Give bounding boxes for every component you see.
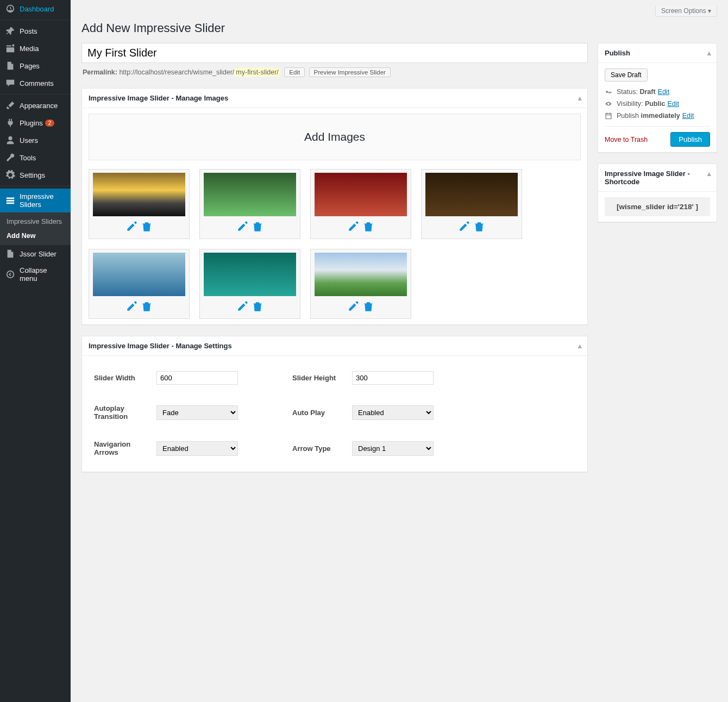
screen-options-toggle[interactable]: Screen Options [655, 5, 717, 17]
delete-image-button[interactable] [473, 221, 485, 233]
delete-image-button[interactable] [252, 221, 263, 233]
manage-images-heading: Impressive Image Slider - Manage Images … [82, 89, 587, 108]
sidebar-item-tools[interactable]: Tools [0, 149, 71, 166]
brush-icon [5, 101, 15, 110]
thumbnail-card [89, 169, 190, 239]
arrow-type-select[interactable]: Design 1 [352, 441, 434, 456]
edit-image-button[interactable] [236, 300, 248, 312]
autoplay-transition-select[interactable]: Fade [156, 405, 238, 420]
thumbnail-grid [89, 169, 581, 319]
page-icon [5, 61, 15, 71]
preview-slider-button[interactable]: Preview Impressive Slider [309, 67, 391, 77]
delete-image-button[interactable] [252, 300, 263, 312]
admin-sidebar: DashboardPostsMediaPagesCommentsAppearan… [0, 0, 71, 505]
permalink-edit-button[interactable]: Edit [284, 67, 305, 77]
slider-height-input[interactable] [352, 371, 434, 385]
add-images-button[interactable]: Add Images [89, 114, 581, 160]
shortcode-box-panel: Impressive Image Slider - Shortcode▴ [wi… [598, 164, 717, 222]
thumbnail-card [199, 249, 300, 319]
sidebar-item-impressive-sliders[interactable]: Impressive Sliders [0, 189, 71, 212]
user-icon [5, 135, 15, 145]
sidebar-item-posts[interactable]: Posts [0, 22, 71, 40]
slider-width-input[interactable] [156, 371, 238, 385]
setting-label: Arrow Type [292, 444, 352, 453]
trash-link[interactable]: Move to Trash [605, 136, 648, 143]
sidebar-item-appearance[interactable]: Appearance [0, 97, 71, 114]
edit-image-button[interactable] [125, 300, 137, 312]
save-draft-button[interactable]: Save Draft [605, 68, 648, 82]
setting-label: Slider Width [94, 374, 156, 382]
edit-image-button[interactable] [347, 300, 359, 312]
plug-icon [5, 118, 15, 128]
sidebar-item-comments[interactable]: Comments [0, 74, 71, 92]
thumbnail-image [204, 253, 296, 296]
sidebar-item-pages[interactable]: Pages [0, 57, 71, 74]
sidebar-item-plugins[interactable]: Plugins2 [0, 114, 71, 131]
setting-label: Slider Height [292, 374, 352, 382]
pin-icon [5, 26, 15, 36]
publish-box: Publish▴ Save Draft Status: Draft Edit V… [598, 43, 717, 153]
manage-images-box: Impressive Image Slider - Manage Images … [81, 88, 588, 325]
collapse-icon[interactable]: ▴ [707, 170, 711, 178]
thumbnail-card [199, 169, 300, 239]
publish-button[interactable]: Publish [670, 132, 710, 147]
wrench-icon [5, 153, 15, 162]
shortcode-text: [wisme_slider id='218' ] [605, 197, 710, 216]
page-icon [5, 249, 15, 259]
collapse-icon[interactable]: ▴ [707, 49, 711, 57]
thumbnail-card [421, 169, 522, 239]
edit-status-link[interactable]: Edit [658, 88, 670, 96]
collapse-icon [5, 269, 15, 279]
thumbnail-image [204, 173, 296, 216]
gear-icon [5, 170, 15, 180]
manage-settings-box: Impressive Image Slider - Manage Setting… [81, 336, 588, 472]
thumbnail-image [93, 253, 185, 296]
schedule-row: Publish immediately Edit [605, 110, 710, 122]
sidebar-item-users[interactable]: Users [0, 131, 71, 149]
collapse-icon[interactable]: ▴ [578, 94, 582, 102]
thumbnail-card [310, 169, 411, 239]
collapse-icon[interactable]: ▴ [578, 342, 582, 350]
delete-image-button[interactable] [362, 221, 374, 233]
thumbnail-image [315, 173, 407, 216]
delete-image-button[interactable] [362, 300, 374, 312]
eye-icon [605, 100, 612, 108]
edit-image-button[interactable] [458, 221, 470, 233]
slider-title-input[interactable] [81, 43, 588, 63]
permalink-row: Permalink: http://localhost/research/wis… [81, 63, 588, 88]
thumbnail-image [315, 253, 407, 296]
thumbnail-image [93, 173, 185, 216]
edit-image-button[interactable] [347, 221, 359, 233]
page-title: Add New Impressive Slider [81, 17, 717, 43]
sidebar-item-dashboard[interactable]: Dashboard [0, 0, 71, 17]
sidebar-subitem-impressive-sliders[interactable]: Impressive Sliders [0, 215, 71, 229]
media-icon [5, 43, 15, 53]
sidebar-item-settings[interactable]: Settings [0, 166, 71, 184]
key-icon [605, 88, 612, 96]
sidebar-subitem-add-new[interactable]: Add New [0, 229, 71, 243]
setting-label: Navigarion Arrows [94, 440, 156, 456]
delete-image-button[interactable] [141, 221, 153, 233]
edit-image-button[interactable] [125, 221, 137, 233]
navigarion-arrows-select[interactable]: Enabled [156, 441, 238, 456]
edit-schedule-link[interactable]: Edit [682, 112, 694, 120]
sidebar-item-collapse-menu[interactable]: Collapse menu [0, 262, 71, 286]
edit-image-button[interactable] [236, 221, 248, 233]
calendar-icon [605, 112, 612, 120]
auto-play-select[interactable]: Enabled [352, 405, 434, 420]
thumbnail-image [425, 173, 518, 216]
comment-icon [5, 78, 15, 88]
edit-visibility-link[interactable]: Edit [667, 100, 679, 108]
visibility-row: Visibility: Public Edit [605, 98, 710, 110]
sidebar-item-media[interactable]: Media [0, 40, 71, 57]
sliders-icon [5, 196, 15, 205]
setting-label: Autoplay Transition [94, 404, 156, 421]
delete-image-button[interactable] [141, 300, 153, 312]
setting-label: Auto Play [292, 409, 352, 417]
thumbnail-card [310, 249, 411, 319]
status-row: Status: Draft Edit [605, 86, 710, 98]
dashboard-icon [5, 4, 15, 14]
sidebar-item-jssor-slider[interactable]: Jssor Slider [0, 245, 71, 262]
manage-settings-heading: Impressive Image Slider - Manage Setting… [82, 336, 587, 356]
thumbnail-card [89, 249, 190, 319]
